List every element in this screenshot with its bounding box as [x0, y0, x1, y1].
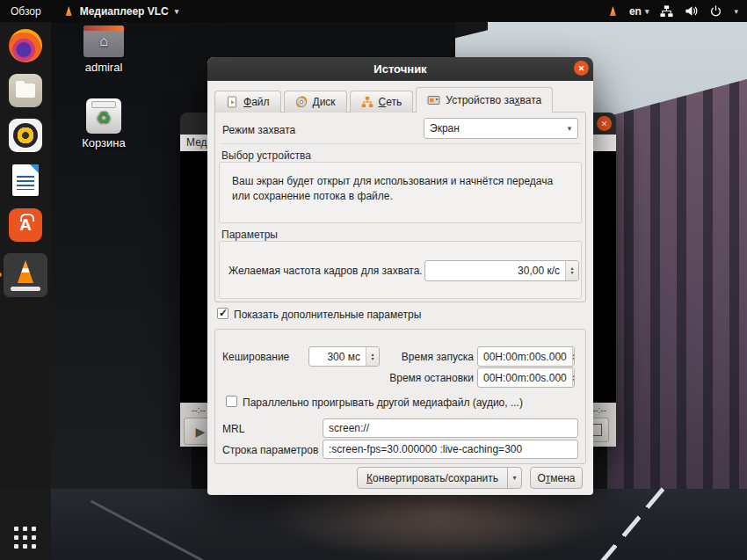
show-more-options-label: Показать дополнительные параметры: [234, 309, 421, 321]
home-folder-icon: ⌂: [83, 25, 124, 57]
desktop-icon-home[interactable]: ⌂ admiral: [75, 25, 133, 74]
separator: [221, 143, 580, 144]
capture-tab-panel: Режим захвата Экран ▾ Выбор устройства В…: [214, 112, 586, 302]
ubuntu-software-icon[interactable]: A: [9, 208, 42, 242]
mrl-input[interactable]: screen://: [323, 418, 578, 438]
volume-icon[interactable]: [685, 4, 698, 18]
tab-bar: Файл Диск Сеть: [214, 87, 555, 113]
file-icon: [226, 96, 238, 108]
cancel-button[interactable]: Отмена: [530, 467, 583, 489]
network-icon[interactable]: [660, 4, 673, 18]
trash-can-icon: ♻: [86, 98, 121, 134]
spinner-buttons[interactable]: ▴▾: [572, 368, 575, 387]
vlc-cone-icon: [64, 6, 74, 16]
show-more-options-checkbox[interactable]: ✓: [217, 308, 228, 319]
convert-save-dropdown-button[interactable]: ▾: [507, 467, 522, 489]
desktop-icon-home-label: admiral: [75, 61, 133, 74]
convert-save-button[interactable]: Конвертировать/сохранить: [357, 467, 508, 489]
options-title: Параметры: [221, 229, 278, 241]
spin-down-icon: ▾: [573, 378, 575, 382]
vlc-cone-icon: [15, 260, 36, 283]
stop-time-label: Время остановки: [363, 372, 474, 384]
dialog-titlebar[interactable]: Источник ✕: [207, 57, 593, 81]
capture-mode-label: Режим захвата: [222, 124, 295, 136]
chevron-down-icon: ▾: [562, 124, 577, 133]
stop-time-value: 00H:00m:00s.000: [478, 372, 572, 384]
capture-device-icon: [427, 94, 440, 106]
device-selection-title: Выбор устройства: [221, 149, 311, 162]
edit-options-value: :screen-fps=30.000000 :live-caching=300: [323, 443, 577, 455]
dialog-title: Источник: [374, 62, 426, 76]
capture-mode-value: Экран: [424, 122, 562, 135]
keyboard-layout-indicator[interactable]: en ▾: [629, 5, 649, 18]
vlc-tray-icon[interactable]: [608, 6, 618, 16]
firefox-icon[interactable]: [9, 29, 42, 62]
tab-capture-device-label: Устройство захвата: [446, 94, 541, 106]
app-menu-title: Медиаплеер VLC: [80, 5, 169, 18]
tab-capture-device[interactable]: Устройство захвата: [416, 87, 553, 113]
total-time: --:--: [592, 405, 606, 415]
menu-media-fragment[interactable]: Мед: [186, 136, 207, 149]
desktop-icon-trash[interactable]: ♻ Корзина: [75, 98, 133, 149]
desktop-icon-trash-label: Корзина: [75, 136, 133, 149]
advanced-options-box: Кеширование 300 мс ▴▾ Время запуска 00H:…: [214, 329, 586, 464]
close-icon[interactable]: ✕: [574, 61, 589, 76]
play-other-media-label: Параллельно проигрывать другой медиафайл…: [243, 396, 523, 409]
chevron-down-icon[interactable]: ▾: [734, 7, 738, 16]
tab-file-label: Файл: [243, 96, 270, 108]
dialog-buttons: Конвертировать/сохранить ▾ Отмена: [357, 467, 583, 489]
rhythmbox-icon[interactable]: [9, 119, 42, 152]
caching-spinbox[interactable]: 300 мс ▴▾: [308, 346, 380, 367]
files-icon[interactable]: [9, 74, 42, 107]
close-icon[interactable]: ✕: [597, 116, 612, 131]
start-time-label: Время запуска: [372, 351, 474, 363]
caching-label: Кеширование: [222, 351, 289, 363]
play-icon: ▶: [196, 425, 206, 439]
libreoffice-writer-icon[interactable]: [12, 164, 39, 196]
dock: A: [0, 22, 51, 560]
tab-file[interactable]: Файл: [214, 91, 281, 113]
options-box: Желаемая частота кадров для захвата. 30,…: [219, 241, 582, 299]
tab-network[interactable]: Сеть: [350, 91, 414, 113]
top-bar: Обзор Медиаплеер VLC ▾ en ▾: [0, 0, 747, 22]
chevron-down-icon: ▾: [645, 7, 649, 16]
open-media-dialog: Источник ✕ Файл Диск: [207, 57, 593, 495]
checkmark-icon: ✓: [219, 307, 228, 319]
stop-time-field[interactable]: 00H:00m:00s.000 ▴▾: [477, 367, 575, 388]
house-icon: ⌂: [83, 34, 124, 48]
tab-network-label: Сеть: [379, 96, 403, 108]
caching-value: 300 мс: [309, 351, 366, 363]
tab-disc[interactable]: Диск: [284, 91, 347, 113]
dialog-body: Файл Диск Сеть: [207, 81, 593, 495]
power-icon[interactable]: [709, 4, 722, 18]
activities-button[interactable]: Обзор: [11, 5, 41, 18]
play-other-media-checkbox[interactable]: [226, 396, 237, 407]
capture-mode-combobox[interactable]: Экран ▾: [424, 118, 578, 139]
app-menu-button[interactable]: Медиаплеер VLC ▾: [64, 5, 179, 18]
fps-value: 30,00 к/с: [425, 265, 565, 277]
start-time-field[interactable]: 00H:00m:00s.000 ▴▾: [477, 346, 575, 367]
fps-label: Желаемая частота кадров для захвата.: [228, 265, 423, 277]
edit-options-label: Строка параметров: [222, 444, 318, 456]
mrl-value: screen://: [323, 422, 577, 434]
spin-down-icon: ▾: [573, 357, 575, 361]
vlc-icon[interactable]: [4, 253, 47, 297]
wallpaper-building-right: [607, 79, 747, 494]
fps-spinbox[interactable]: 30,00 к/с ▴▾: [424, 260, 579, 281]
elapsed-time: --:--: [192, 405, 206, 415]
device-selection-text: Ваш экран будет открыт для использования…: [220, 163, 571, 204]
network-icon: [361, 96, 374, 108]
recycle-icon: ♻: [86, 109, 121, 126]
disc-icon: [295, 96, 308, 108]
wallpaper-building-left: [49, 22, 192, 497]
mrl-label: MRL: [222, 423, 244, 435]
chevron-down-icon: ▾: [175, 7, 179, 16]
start-time-value: 00H:00m:00s.000: [478, 351, 572, 363]
device-selection-box: Ваш экран будет открыт для использования…: [219, 162, 582, 223]
wallpaper-road-glow: [264, 492, 615, 560]
edit-options-input[interactable]: :screen-fps=30.000000 :live-caching=300: [323, 440, 578, 459]
spinner-buttons[interactable]: ▴▾: [572, 347, 575, 366]
show-applications-icon[interactable]: [14, 527, 37, 549]
tab-disc-label: Диск: [313, 96, 336, 108]
spinner-buttons[interactable]: ▴▾: [565, 261, 578, 280]
